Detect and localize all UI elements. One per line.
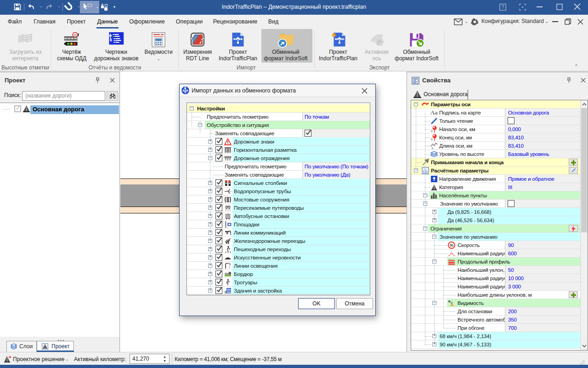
svg-text:?: ? xyxy=(502,5,504,10)
svg-text:40: 40 xyxy=(74,34,77,36)
svg-text:50: 50 xyxy=(450,244,453,247)
svg-text:0,: 0, xyxy=(431,138,433,141)
svg-text:0,: 0, xyxy=(431,130,433,132)
svg-text:L: L xyxy=(432,146,434,150)
